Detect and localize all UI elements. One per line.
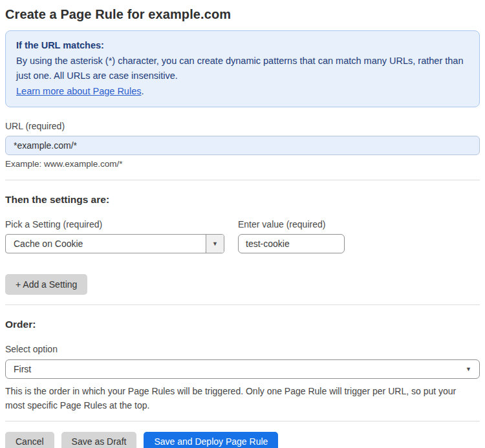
learn-more-link[interactable]: Learn more about Page Rules — [16, 86, 141, 96]
setting-dropdown[interactable]: Cache on Cookie ▼ — [5, 234, 224, 253]
page-title: Create a Page Rule for example.com — [5, 7, 480, 22]
chevron-down-icon: ▼ — [212, 241, 218, 247]
setting-value-column: Enter value (required) — [238, 206, 345, 253]
divider-after-settings — [5, 304, 480, 305]
order-select-label: Select option — [5, 344, 480, 354]
setting-picker-column: Pick a Setting (required) Cache on Cooki… — [5, 206, 225, 253]
setting-dropdown-button[interactable]: ▼ — [206, 235, 224, 253]
order-select-value: First — [14, 364, 466, 374]
link-suffix: . — [141, 86, 144, 96]
page-rule-form: Create a Page Rule for example.com If th… — [0, 7, 485, 448]
divider-before-actions — [5, 421, 480, 421]
url-input[interactable] — [5, 136, 480, 155]
info-box-heading: If the URL matches: — [16, 38, 469, 54]
info-box-link-line: Learn more about Page Rules. — [16, 84, 469, 100]
settings-section-heading: Then the settings are: — [5, 194, 480, 206]
add-setting-button[interactable]: + Add a Setting — [5, 274, 87, 295]
chevron-down-icon: ▼ — [466, 367, 471, 372]
order-select[interactable]: First ▼ — [5, 359, 480, 379]
order-helper-text: This is the order in which your Page Rul… — [5, 384, 471, 412]
cancel-button[interactable]: Cancel — [5, 432, 54, 448]
url-matches-info-box: If the URL matches: By using the asteris… — [5, 30, 480, 107]
url-field-label: URL (required) — [5, 121, 480, 131]
divider-after-url — [5, 180, 480, 180]
info-box-body: By using the asterisk (*) character, you… — [16, 54, 469, 84]
setting-dropdown-value: Cache on Cookie — [6, 235, 206, 253]
setting-picker-label: Pick a Setting (required) — [5, 219, 225, 229]
order-section-heading: Order: — [5, 319, 480, 330]
form-actions: Cancel Save as Draft Save and Deploy Pag… — [5, 432, 480, 448]
settings-row: Pick a Setting (required) Cache on Cooki… — [5, 206, 480, 253]
setting-value-input[interactable] — [238, 234, 345, 253]
url-example-helper: Example: www.example.com/* — [5, 159, 480, 169]
setting-value-label: Enter value (required) — [238, 219, 345, 229]
save-and-deploy-button[interactable]: Save and Deploy Page Rule — [144, 432, 278, 448]
save-as-draft-button[interactable]: Save as Draft — [61, 432, 137, 448]
